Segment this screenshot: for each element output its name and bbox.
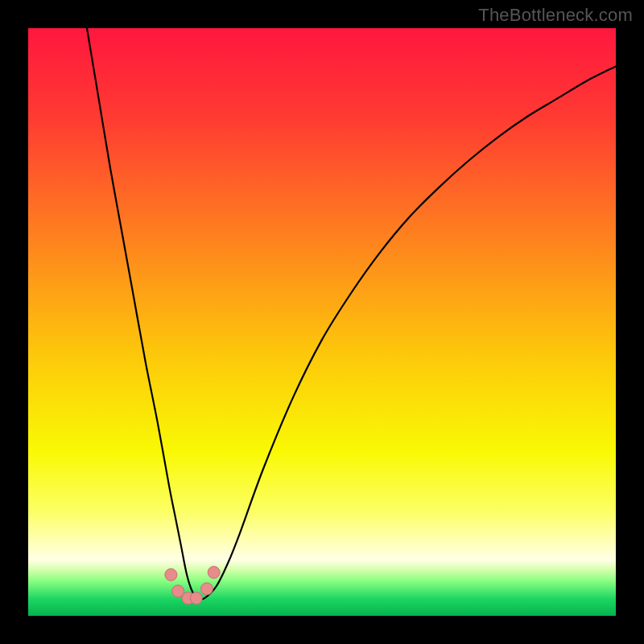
valley-markers [165,566,220,604]
valley-marker [190,592,202,605]
curve-line [87,28,616,600]
plot-area [28,28,616,616]
valley-marker [165,568,177,580]
outer-frame: TheBottleneck.com [0,0,644,644]
valley-marker [208,566,220,578]
valley-marker [200,583,213,595]
chart-layer [28,28,616,616]
watermark-text: TheBottleneck.com [478,5,633,26]
